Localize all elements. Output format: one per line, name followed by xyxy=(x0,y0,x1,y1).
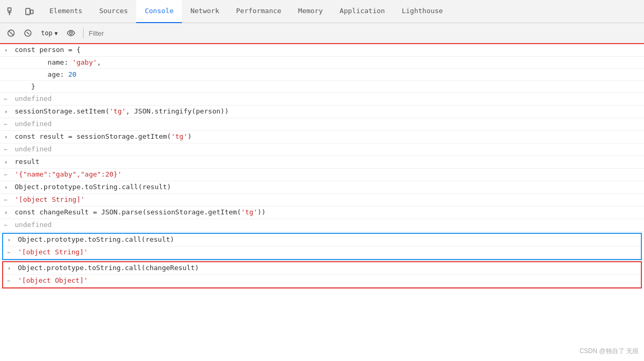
svg-line-9 xyxy=(27,32,29,35)
arrow-in: › xyxy=(4,157,15,168)
console-line: ← '{"name":"gaby","age":20}' xyxy=(0,169,644,181)
arrow-in: › xyxy=(7,234,18,245)
svg-rect-0 xyxy=(8,8,11,11)
svg-line-7 xyxy=(9,31,13,35)
console-line: › Object.prototype.toString.call(result) xyxy=(3,234,641,246)
highlighted-box-blue: › Object.prototype.toString.call(result)… xyxy=(2,233,642,260)
console-line: › const changeResult = JSON.parse(sessio… xyxy=(0,207,644,219)
main-toolbar: Elements Sources Console Network Perform… xyxy=(0,0,644,23)
highlighted-box-red: › Object.prototype.toString.call(changeR… xyxy=(2,261,642,288)
tab-lighthouse[interactable]: Lighthouse xyxy=(393,0,451,23)
arrow-in: › xyxy=(4,131,15,142)
svg-point-10 xyxy=(69,32,72,35)
code-content: const result = sessionStorage.getItem('t… xyxy=(15,131,644,142)
code-content: sessionStorage.setItem('tg', JSON.string… xyxy=(15,106,644,117)
console-line: › const person = { xyxy=(0,44,644,57)
console-line: ← '[object String]' xyxy=(3,246,641,259)
tab-application[interactable]: Application xyxy=(331,0,393,23)
arrow-out: ← xyxy=(7,247,18,258)
code-content: undefined xyxy=(15,220,644,230)
console-line: ← undefined xyxy=(0,219,644,232)
arrow-in: › xyxy=(7,263,18,274)
code-content: Object.prototype.toString.call(result) xyxy=(15,182,644,192)
arrow-in: › xyxy=(4,45,15,56)
stop-recording-icon[interactable] xyxy=(21,26,35,40)
code-content: Object.prototype.toString.call(changeRes… xyxy=(18,263,641,273)
arrow-out: ← xyxy=(7,275,18,286)
filter-input[interactable] xyxy=(89,29,194,37)
code-content: const changeResult = JSON.parse(sessionS… xyxy=(15,207,644,218)
code-content: name: 'gaby', xyxy=(15,57,644,68)
arrow-out: ← xyxy=(4,94,15,105)
code-content: '{"name":"gaby","age":20}' xyxy=(15,169,644,180)
arrow-out: ← xyxy=(4,119,15,130)
eye-icon[interactable] xyxy=(64,26,78,40)
tab-network[interactable]: Network xyxy=(182,0,228,23)
console-line: ← undefined xyxy=(0,118,644,131)
tab-bar: Elements Sources Console Network Perform… xyxy=(41,0,451,23)
code-content: undefined xyxy=(15,144,644,154)
divider xyxy=(83,28,84,38)
code-content: '[object Object]' xyxy=(18,275,641,286)
inspect-element-icon[interactable] xyxy=(4,4,19,19)
tab-console[interactable]: Console xyxy=(136,0,182,23)
code-content: } xyxy=(15,81,644,92)
console-line: ← '[object String]' xyxy=(0,194,644,207)
console-line: } xyxy=(0,81,644,93)
console-line: › const result = sessionStorage.getItem(… xyxy=(0,131,644,143)
svg-point-5 xyxy=(27,13,28,14)
tab-elements[interactable]: Elements xyxy=(41,0,91,23)
code-content: age: 20 xyxy=(15,69,644,80)
console-line: › Object.prototype.toString.call(changeR… xyxy=(3,262,641,275)
toolbar-icons xyxy=(4,4,37,19)
code-content: '[object String]' xyxy=(18,247,641,257)
console-line: ← undefined xyxy=(0,93,644,106)
arrow-out: ← xyxy=(4,169,15,180)
arrow-in: › xyxy=(4,182,15,193)
code-content: const person = { xyxy=(15,45,644,55)
chevron-down-icon: ▼ xyxy=(55,30,58,36)
svg-rect-4 xyxy=(30,10,33,14)
arrow-spacer xyxy=(4,57,15,58)
code-content: '[object String]' xyxy=(15,194,644,205)
code-content: undefined xyxy=(15,94,644,104)
console-line: › Object.prototype.toString.call(result) xyxy=(0,181,644,194)
tab-performance[interactable]: Performance xyxy=(228,0,290,23)
arrow-out: ← xyxy=(4,220,15,231)
console-output: › const person = { name: 'gaby', age: 20… xyxy=(0,44,644,361)
clear-console-icon[interactable] xyxy=(4,26,18,40)
console-line: ← '[object Object]' xyxy=(3,275,641,287)
console-line: age: 20 xyxy=(0,69,644,81)
context-selector[interactable]: top ▼ xyxy=(38,28,61,38)
console-line: › sessionStorage.setItem('tg', JSON.stri… xyxy=(0,106,644,118)
arrow-out: ← xyxy=(4,144,15,155)
code-content: undefined xyxy=(15,119,644,129)
arrow-out: ← xyxy=(4,194,15,205)
arrow-in: › xyxy=(4,207,15,218)
arrow-spacer xyxy=(4,81,15,82)
secondary-toolbar: top ▼ xyxy=(0,23,644,44)
device-toolbar-icon[interactable] xyxy=(22,4,37,19)
console-line: name: 'gaby', xyxy=(0,57,644,69)
code-content: result xyxy=(15,157,644,167)
console-line: ← undefined xyxy=(0,143,644,156)
code-content: Object.prototype.toString.call(result) xyxy=(18,234,641,245)
arrow-in: › xyxy=(4,106,15,117)
watermark: CSDN @独自了 无痕 xyxy=(579,347,639,356)
arrow-spacer xyxy=(4,69,15,70)
tab-sources[interactable]: Sources xyxy=(91,0,137,23)
console-line: › result xyxy=(0,156,644,169)
tab-memory[interactable]: Memory xyxy=(290,0,331,23)
